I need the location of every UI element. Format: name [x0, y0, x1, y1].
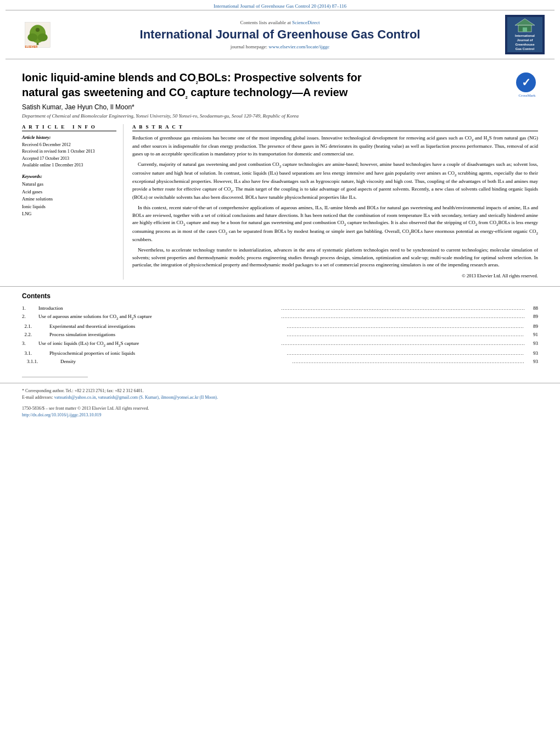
received-date: Received 6 December 2012 — [22, 142, 116, 148]
svg-rect-9 — [523, 27, 527, 32]
abstract-p2: Currently, majority of natural gas sweet… — [132, 161, 538, 201]
crossmark-icon: ✓ — [516, 72, 536, 92]
toc-item-3-1-1: 3.1.1. Density .........................… — [22, 358, 538, 365]
toc-page-3-1: 93 — [524, 349, 538, 357]
toc-item-2-1: 2.1. Experimental and theoretical invest… — [22, 322, 538, 330]
toc-item-3-1: 3.1. Physicochemical properties of ionic… — [22, 349, 538, 357]
toc-dots-3: ........................................… — [282, 341, 525, 350]
journal-homepage-url[interactable]: www.elsevier.com/locate/ijggc — [268, 44, 329, 49]
keyword-2: Acid gases — [22, 188, 116, 196]
toc-dots-2: ........................................… — [282, 314, 525, 323]
email-addresses: vatssatish@yahoo.co.in, vatssatish@gmail… — [54, 395, 218, 400]
svg-marker-7 — [515, 19, 535, 25]
svg-point-4 — [37, 33, 47, 41]
abstract-heading: A B S T R A C T — [132, 124, 538, 131]
available-online-date: Available online 1 December 2013 — [22, 162, 116, 168]
article-info-column: A R T I C L E I N F O Article history: R… — [22, 124, 124, 280]
crossmark-logo: ✓ CrossMark — [516, 72, 538, 98]
issn-line: 1750-5836/$ – see front matter © 2013 El… — [22, 405, 538, 412]
toc-num-3-1: 3.1. — [22, 349, 49, 357]
toc-num-3-1-1: 3.1.1. — [22, 358, 60, 365]
email-label: E-mail addresses: — [22, 395, 53, 400]
article-authors: Satish Kumar, Jae Hyun Cho, Il Moon* — [22, 103, 538, 111]
email-line: E-mail addresses: vatssatish@yahoo.co.in… — [22, 394, 538, 401]
toc-page-1: 88 — [524, 304, 538, 312]
abstract-copyright: © 2013 Elsevier Ltd. All rights reserved… — [132, 272, 538, 280]
abstract-p1: Reduction of greenhouse gas emissions ha… — [132, 135, 538, 158]
toc-label-3: Use of ionic liquids (ILs) for CO2 and H… — [38, 339, 282, 349]
toc-item-1: 1. Introduction ........................… — [22, 304, 538, 312]
keywords-list: Natural gas Acid gases Amine solutions I… — [22, 181, 116, 218]
toc-item-2-2: 2.2. Process simulation investigations .… — [22, 331, 538, 338]
toc-page-3-1-1: 93 — [524, 358, 538, 365]
corresponding-author-line: * Corresponding author. Tel.: +82 2 2123… — [22, 388, 538, 394]
toc-label-3-1-1: Density — [60, 358, 293, 365]
article-affiliation: Department of Chemical and Biomolecular … — [22, 113, 538, 119]
article-info-heading: A R T I C L E I N F O — [22, 124, 116, 131]
greenhouse-gas-control-logo: InternationalJournal ofGreenhouseGas Con… — [501, 15, 545, 54]
toc-num-2: 2. — [22, 313, 38, 322]
two-column-section: A R T I C L E I N F O Article history: R… — [22, 124, 538, 280]
keyword-4: Ionic liquids — [22, 203, 116, 211]
abstract-column: A B S T R A C T Reduction of greenhouse … — [132, 124, 538, 280]
footer-bottom: 1750-5836/$ – see front matter © 2013 El… — [0, 403, 560, 419]
abstract-p3: In this context, recent state-of-the-art… — [132, 204, 538, 243]
toc-dots-2-1: ........................................… — [287, 323, 525, 331]
greenhouse-logo-inner: InternationalJournal ofGreenhouseGas Con… — [507, 17, 542, 52]
toc-item-3: 3. Use of ionic liquids (ILs) for CO2 an… — [22, 339, 538, 349]
journal-top-citation: International Journal of Greenhouse Gas … — [0, 0, 560, 10]
sciencedirect-link[interactable]: ScienceDirect — [292, 20, 320, 25]
toc-page-3: 93 — [524, 339, 538, 349]
toc-item-2: 2. Use of aqueous amine solutions for CO… — [22, 313, 538, 322]
doi-url[interactable]: http://dx.doi.org/10.1016/j.ijggc.2013.1… — [22, 412, 102, 417]
content-divider — [0, 286, 560, 287]
page-wrapper: International Journal of Greenhouse Gas … — [0, 0, 560, 742]
toc-dots-3-1: ........................................… — [287, 350, 525, 358]
keywords-label: Keywords: — [22, 174, 116, 179]
toc-num-3: 3. — [22, 339, 38, 349]
history-label: Article history: — [22, 135, 116, 140]
toc-page-2: 89 — [524, 313, 538, 322]
contents-heading: Contents — [22, 292, 538, 300]
journal-header: ELSEVIER Contents lists available at Sci… — [5, 10, 555, 59]
elsevier-tree-icon: ELSEVIER — [23, 20, 53, 50]
article-title-section: Ionic liquid-amine blends and CO2BOLs: P… — [22, 66, 538, 100]
keyword-3: Amine solutions — [22, 196, 116, 203]
revised-date: Received in revised form 1 October 2013 — [22, 148, 116, 154]
journal-homepage: journal homepage: www.elsevier.com/locat… — [59, 44, 501, 49]
article-title: Ionic liquid-amine blends and CO2BOLs: P… — [22, 70, 511, 100]
top-citation-text: International Journal of Greenhouse Gas … — [214, 3, 346, 9]
toc-label-1: Introduction — [38, 304, 282, 312]
abstract-text: Reduction of greenhouse gas emissions ha… — [132, 135, 538, 280]
journal-main-title: International Journal of Greenhouse Gas … — [59, 27, 501, 42]
journal-title-center: Contents lists available at ScienceDirec… — [59, 20, 501, 49]
abstract-p4: Nevertheless, to accelerate technology t… — [132, 247, 538, 269]
accepted-date: Accepted 17 October 2013 — [22, 155, 116, 161]
svg-point-3 — [27, 33, 37, 41]
toc-label-3-1: Physicochemical properties of ionic liqu… — [49, 349, 287, 357]
contents-available-line: Contents lists available at ScienceDirec… — [59, 20, 501, 25]
toc-num-2-1: 2.1. — [22, 322, 49, 330]
doi-line: http://dx.doi.org/10.1016/j.ijggc.2013.1… — [22, 412, 538, 419]
toc-dots-3-1-1: ........................................… — [293, 359, 525, 366]
toc-num-1: 1. — [22, 304, 38, 312]
greenhouse-logo-box: InternationalJournal ofGreenhouseGas Con… — [505, 15, 545, 54]
main-content: Ionic liquid-amine blends and CO2BOLs: P… — [0, 59, 560, 280]
toc-page-2-1: 89 — [524, 322, 538, 330]
toc-label-2-2: Process simulation investigations — [49, 331, 287, 338]
elsevier-logo: ELSEVIER — [15, 20, 59, 50]
toc-dots-1: ........................................… — [282, 305, 525, 313]
greenhouse-icon — [514, 18, 536, 33]
toc-label-2-1: Experimental and theoretical investigati… — [49, 322, 287, 330]
toc-label-2: Use of aqueous amine solutions for CO2 a… — [38, 313, 282, 322]
keyword-5: LNG — [22, 210, 116, 218]
footer-divider — [22, 377, 88, 377]
contents-section: Contents 1. Introduction ...............… — [0, 292, 560, 366]
toc-num-2-2: 2.2. — [22, 331, 49, 338]
footer-section: * Corresponding author. Tel.: +82 2 2123… — [0, 383, 560, 403]
toc-dots-2-2: ........................................… — [287, 332, 525, 339]
svg-point-5 — [35, 27, 39, 31]
keyword-1: Natural gas — [22, 181, 116, 188]
contents-available-text: Contents lists available at — [240, 20, 291, 25]
svg-text:ELSEVIER: ELSEVIER — [25, 46, 37, 48]
